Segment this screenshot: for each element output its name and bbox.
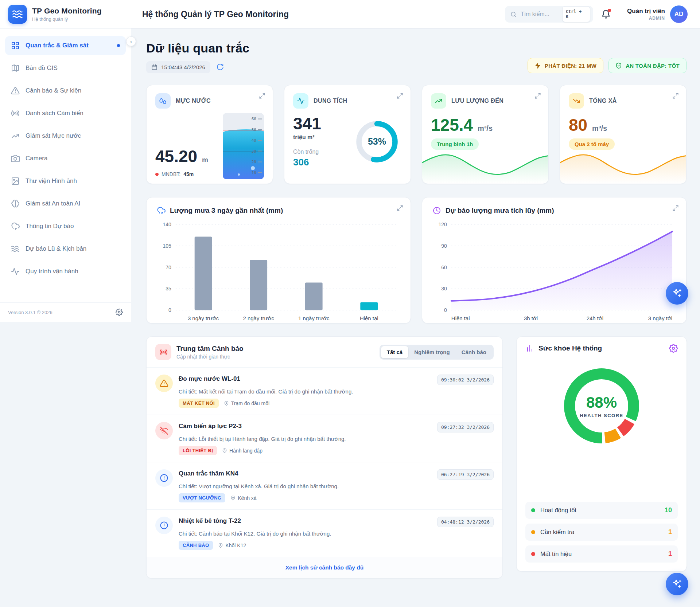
discharge-title: TỔNG XẢ [589, 98, 617, 104]
sidebar-item-9[interactable]: Dự báo Lũ & Kịch bản [5, 239, 126, 258]
shield-check-icon [615, 62, 622, 69]
alert-triangle-icon [155, 375, 173, 392]
view-alert-history-link[interactable]: Xem lịch sử cảnh báo đầy đủ [285, 564, 364, 571]
sidebar-item-label: Thư viện Hình ảnh [26, 177, 77, 185]
alert-item-title: Cảm biến áp lực P2-3 [179, 422, 242, 430]
expand-icon[interactable] [259, 93, 265, 99]
mndbt-note: MNDBT: 45m [155, 171, 208, 177]
search-box[interactable]: Ctrl + K [505, 6, 593, 23]
alert-severity-tag: VƯỢT NGƯỠNG [179, 493, 225, 502]
alert-location: Khối K12 [218, 543, 246, 548]
alert-item-0[interactable]: Đo mực nước WL-0109:30:02 3/2/2026Chi ti… [147, 367, 502, 415]
svg-text:0: 0 [444, 307, 447, 313]
capacity-percent: 53% [354, 118, 400, 165]
sidebar-item-2[interactable]: Cảnh báo & Sự kiện [5, 81, 126, 100]
forecast-area-chart: 0306090120Hiện tại3h tới24h tới3 ngày tớ… [432, 219, 676, 325]
alert-item-1[interactable]: Cảm biến áp lực P2-309:27:32 3/2/2026Chi… [147, 415, 502, 462]
alert-item-2[interactable]: Quan trắc thấm KN406:27:19 3/2/2026Chi t… [147, 462, 502, 509]
health-settings-icon[interactable] [669, 344, 678, 353]
sidebar-nav: Quan trắc & Giám sátBản đồ GISCảnh báo &… [0, 29, 131, 302]
inflow-title: LƯU LƯỢNG ĐẾN [451, 98, 503, 104]
alert-location: Hành lang đập [222, 448, 262, 454]
water-level-value: 45.20 m [155, 146, 208, 166]
forecast-area-chart-card: Dự báo lượng mưa tích lũy (mm) 030609012… [422, 197, 687, 324]
water-tank-gauge: 605040302010 [223, 113, 264, 179]
refresh-icon[interactable] [216, 63, 224, 71]
main-content: Dữ liệu quan trắc 15:04:43 4/2/2026 PHÁT… [131, 29, 700, 600]
svg-text:70: 70 [166, 265, 171, 270]
expand-icon[interactable] [534, 93, 541, 99]
ai-assistant-fab[interactable] [666, 282, 688, 305]
svg-text:Hiện tại: Hiện tại [360, 315, 378, 321]
settings-icon[interactable] [116, 309, 123, 316]
pulse-icon [297, 97, 305, 105]
discharge-sparkline [560, 143, 686, 184]
broadcast-icon [159, 348, 168, 356]
alert-item-title: Đo mực nước WL-01 [179, 375, 240, 383]
sidebar-item-8[interactable]: Thông tin Dự báo [5, 217, 126, 236]
search-icon [510, 11, 517, 18]
sidebar-item-6[interactable]: Thư viện Hình ảnh [5, 172, 126, 191]
clock-icon [432, 206, 441, 215]
alert-list: Đo mực nước WL-0109:30:02 3/2/2026Chi ti… [147, 367, 502, 557]
sidebar-item-0[interactable]: Quan trắc & Giám sát [5, 36, 126, 55]
app-logo [8, 5, 27, 24]
alert-tab-0[interactable]: Tất cả [381, 346, 408, 358]
alert-footer: Xem lịch sử cảnh báo đầy đủ [147, 557, 502, 578]
avatar[interactable]: AD [670, 5, 688, 23]
sidebar-item-7[interactable]: Giám sát An toàn AI [5, 194, 126, 213]
broadcast-icon-badge [155, 344, 171, 360]
app-title: Hệ thống Quản lý TP Geo Monitoring [142, 9, 289, 19]
sidebar-item-label: Danh sách Cảm biến [26, 110, 83, 117]
sidebar-item-1[interactable]: Bản đồ GIS [5, 59, 126, 78]
user-role: ADMIN [627, 16, 665, 21]
map-pin-icon [230, 496, 236, 501]
health-score-label: HEALTH SCORE [580, 413, 623, 418]
alert-item-3[interactable]: Nhiệt kế bê tông T-2204:48:12 3/2/2026Ch… [147, 509, 502, 557]
expand-icon[interactable] [672, 205, 679, 211]
alert-tab-2[interactable]: Cảnh báo [456, 346, 492, 358]
alert-center-title: Trung tâm Cảnh báo [176, 345, 244, 353]
rainfall-chart-title: Lượng mưa 3 ngày gần nhất (mm) [170, 207, 283, 215]
sidebar-item-label: Quy trình vận hành [26, 268, 78, 275]
brain-icon [11, 199, 20, 208]
capacity-donut: 53% [354, 118, 400, 165]
expand-icon[interactable] [672, 93, 679, 99]
brand: TP Geo Monitoring Hệ thống quản lý [0, 0, 131, 29]
sidebar-item-3[interactable]: Danh sách Cảm biến [5, 104, 126, 123]
alert-tab-1[interactable]: Nghiêm trọng [408, 346, 456, 358]
alert-location: Trạm đo đầu mối [224, 400, 269, 406]
notifications-button[interactable] [601, 9, 611, 19]
alert-item-title: Nhiệt kế bê tông T-22 [179, 517, 241, 525]
sidebar-item-5[interactable]: Camera [5, 149, 126, 168]
sidebar: TP Geo Monitoring Hệ thống quản lý Quan … [0, 0, 131, 322]
notification-dot [608, 9, 611, 12]
expand-icon[interactable] [397, 93, 403, 99]
user-menu[interactable]: Quản trị viên ADMIN AD [627, 5, 688, 23]
topbar-divider [619, 7, 619, 22]
alert-severity-tag: MẤT KẾT NỐI [179, 399, 219, 408]
health-legend-row-2: Mất tín hiệu1 [525, 545, 678, 563]
trending-down-icon [572, 97, 580, 105]
svg-text:2 ngày trước: 2 ngày trước [243, 315, 274, 321]
timestamp-chip: 15:04:43 4/2/2026 [146, 61, 210, 73]
svg-text:0: 0 [168, 307, 171, 313]
sidebar-collapse-button[interactable]: ‹ [126, 36, 136, 46]
ai-assistant-fab[interactable] [666, 573, 688, 595]
dam-safety-label: AN TOÀN ĐẬP: TỐT [626, 63, 680, 69]
search-input[interactable] [521, 11, 559, 17]
map-icon [11, 64, 20, 73]
sidebar-item-4[interactable]: Giám sát Mực nước [5, 126, 126, 145]
system-health-card: Sức khỏe Hệ thống 88% HEALTH SCORE Hoạt … [516, 336, 687, 572]
svg-text:35: 35 [166, 286, 171, 291]
sidebar-item-10[interactable]: Quy trình vận hành [5, 262, 126, 281]
sidebar-item-label: Quan trắc & Giám sát [26, 42, 89, 49]
cloud-rain-icon [157, 206, 166, 215]
svg-text:120: 120 [439, 222, 447, 227]
health-legend-row-1: Cần kiểm tra1 [525, 524, 678, 541]
alert-center-subtitle: Cập nhật thời gian thực [176, 354, 244, 360]
brand-title: TP Geo Monitoring [32, 7, 102, 15]
sidebar-item-label: Giám sát An toàn AI [26, 200, 80, 207]
expand-icon[interactable] [397, 205, 403, 211]
alert-item-time: 09:27:32 3/2/2026 [437, 422, 494, 432]
